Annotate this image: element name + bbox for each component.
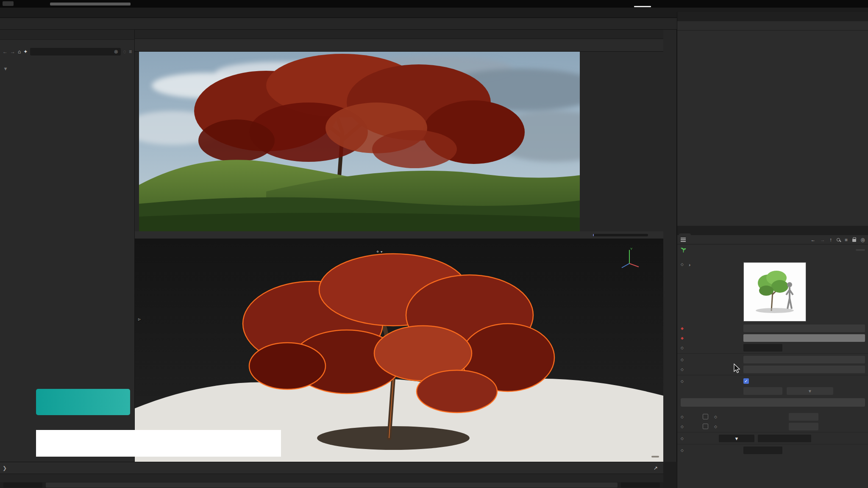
editor-mode-dropdown[interactable] xyxy=(743,366,865,373)
timeline-ruler[interactable] xyxy=(0,474,663,482)
plant-thumbnail[interactable] xyxy=(743,262,806,322)
attributes-burger-icon[interactable] xyxy=(681,238,686,242)
asset-browser-menu xyxy=(0,30,134,40)
attributes-search-icon[interactable] xyxy=(837,238,840,241)
geometry-info-bar xyxy=(681,398,865,407)
use-document-scale-checkbox[interactable]: ✓ xyxy=(743,378,749,384)
forward-icon[interactable]: → xyxy=(10,49,15,55)
timeline-options-icon[interactable]: ❯ xyxy=(3,465,7,471)
center-viewport-column: ⌖ ▾ ▹ Y xyxy=(135,30,663,462)
window-title-bar xyxy=(0,0,868,8)
svg-text:Y: Y xyxy=(630,247,633,251)
clear-search-icon[interactable]: ⊗ xyxy=(114,49,118,55)
chevron-down-icon[interactable]: ▾ xyxy=(4,66,7,72)
video-title-overlay xyxy=(36,430,281,457)
fcurve-icon[interactable]: ↗ xyxy=(651,463,661,473)
mouse-cursor xyxy=(733,363,741,374)
ai-sparkle-icon[interactable]: ✦ xyxy=(23,49,28,55)
transport-bar: ❯ ↗ xyxy=(0,462,663,474)
use-max-branch-checkbox[interactable] xyxy=(703,424,708,429)
perspective-viewport[interactable]: ⌖ ▾ ▹ Y xyxy=(135,239,663,462)
custom-button[interactable] xyxy=(856,249,865,251)
custom-scale-field[interactable] xyxy=(743,387,782,395)
history-back-icon[interactable]: ← xyxy=(810,237,815,242)
viewport-camera-label[interactable]: ⌖ ▾ xyxy=(376,249,383,255)
leaf-density-field[interactable] xyxy=(743,344,782,352)
render-view-toolbar xyxy=(135,39,663,52)
app-logo xyxy=(3,1,14,6)
attribute-tab-pills xyxy=(677,255,868,259)
home-icon[interactable]: ⌂ xyxy=(18,49,21,55)
target-icon[interactable]: ◎ xyxy=(861,237,865,243)
attributes-panel: ← → ↑ ≡ ◎ ◇ › xyxy=(677,226,868,488)
range-end-field[interactable] xyxy=(621,482,660,488)
window-title-text xyxy=(50,3,131,6)
progressive-rendering-bar xyxy=(135,231,663,239)
history-forward-icon[interactable]: → xyxy=(820,237,825,242)
season-dropdown[interactable] xyxy=(743,334,865,342)
lock-icon[interactable] xyxy=(852,239,856,242)
custom-scale-unit-dropdown[interactable]: ▾ xyxy=(787,387,833,395)
search-input[interactable]: ⊗ xyxy=(30,48,121,55)
model-dropdown[interactable] xyxy=(743,324,865,332)
active-layout-tab-indicator xyxy=(634,6,651,7)
use-min-branch-checkbox[interactable] xyxy=(703,414,708,419)
grid-spacing-badge xyxy=(651,456,659,458)
leaf-amount-field[interactable] xyxy=(743,446,782,454)
render-view-menu xyxy=(135,30,663,39)
timeline-range-bar xyxy=(0,482,663,488)
asset-grid xyxy=(0,74,134,76)
render-view-gutter xyxy=(580,52,663,231)
plant-object-icon xyxy=(681,247,686,253)
back-icon[interactable]: ← xyxy=(3,49,8,55)
progress-fill xyxy=(593,234,594,236)
render-view-canvas xyxy=(135,52,663,231)
asset-filter-row-2 xyxy=(0,42,134,45)
subdivision-level-field[interactable] xyxy=(758,435,811,442)
rendered-image xyxy=(139,52,580,231)
object-manager-menu xyxy=(677,21,868,30)
min-branch-field[interactable] xyxy=(789,413,818,421)
place-tool-label: ▹ xyxy=(138,316,141,322)
tab-layers[interactable] xyxy=(692,233,704,235)
tab-attributes[interactable] xyxy=(679,233,691,235)
capsules-badge xyxy=(36,389,130,415)
subdivision-mode-dropdown[interactable]: ▾ xyxy=(719,435,754,442)
object-manager-tabs xyxy=(677,12,868,21)
sync-icon[interactable]: ◌ xyxy=(123,49,126,55)
parent-up-icon[interactable]: ↑ xyxy=(829,237,832,242)
range-slider[interactable] xyxy=(46,482,618,488)
filter-icon[interactable]: ≡ xyxy=(845,237,848,242)
tool-palette xyxy=(663,30,677,462)
axis-gizmo: Y xyxy=(618,247,641,270)
plant-field-label: › xyxy=(687,262,743,267)
object-tree xyxy=(677,30,868,31)
right-panel-column: ← → ↑ ≡ ◎ ◇ › xyxy=(677,12,868,488)
progress-track xyxy=(593,234,648,236)
render-mode-dropdown[interactable] xyxy=(743,356,865,363)
search-menu-icon[interactable]: ≡ xyxy=(129,49,132,55)
range-start-field[interactable] xyxy=(3,482,42,488)
max-branch-field[interactable] xyxy=(789,423,818,430)
